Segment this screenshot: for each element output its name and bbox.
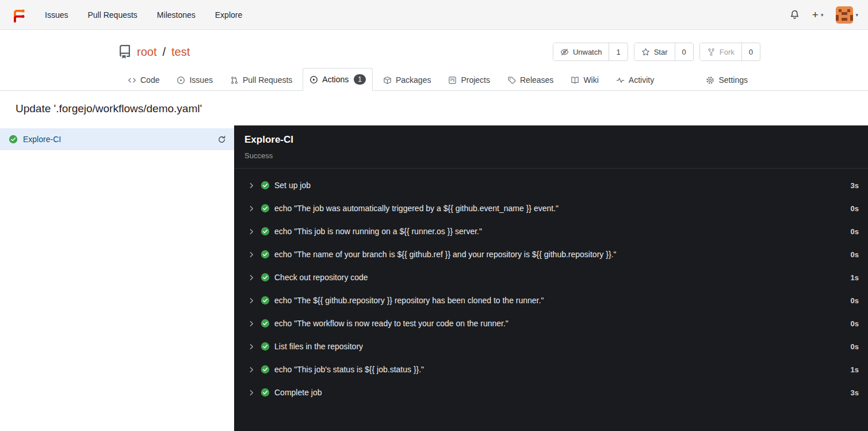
forgejo-logo[interactable] <box>10 6 27 24</box>
create-new-button[interactable]: + ▾ <box>812 9 824 20</box>
gear-icon <box>706 76 714 85</box>
tab-wiki[interactable]: Wiki <box>564 69 605 90</box>
forks-count[interactable]: 0 <box>741 43 760 60</box>
tab-settings[interactable]: Settings <box>699 69 755 90</box>
step-row[interactable]: Complete job 3s <box>234 381 868 404</box>
tab-issues[interactable]: Issues <box>170 69 219 90</box>
unwatch-button[interactable]: Unwatch <box>553 43 609 60</box>
jobs-sidebar: Explore-CI <box>0 125 234 431</box>
chevron-right-icon <box>247 181 256 190</box>
check-circle-icon <box>9 135 18 144</box>
tab-releases[interactable]: Releases <box>500 69 560 90</box>
steps-list: Set up job 3s echo "The job was automati… <box>234 169 868 404</box>
check-circle-icon <box>261 204 270 213</box>
tab-code-label: Code <box>140 75 159 85</box>
tab-packages[interactable]: Packages <box>376 69 438 90</box>
check-circle-icon <box>261 319 270 328</box>
step-row[interactable]: echo "This job is now running on a ${{ r… <box>234 220 868 243</box>
star-label: Star <box>654 48 668 56</box>
tab-activity[interactable]: Activity <box>609 69 661 90</box>
step-duration: 1s <box>851 273 859 282</box>
tab-code[interactable]: Code <box>121 69 166 90</box>
chevron-right-icon <box>247 365 256 374</box>
project-board-icon <box>448 76 457 85</box>
tag-icon <box>507 76 516 85</box>
step-row[interactable]: echo "The ${{ github.repository }} repos… <box>234 289 868 312</box>
page-title: Update '.forgejo/workflows/demo.yaml' <box>16 102 852 115</box>
navbar-right: + ▾ ▾ <box>790 6 858 24</box>
code-icon <box>128 76 136 85</box>
check-circle-icon <box>261 227 270 236</box>
repo-owner-link[interactable]: root <box>137 45 156 59</box>
repo-title: root / test <box>118 45 190 59</box>
tab-projects-label: Projects <box>461 75 490 85</box>
chevron-right-icon <box>247 273 256 282</box>
step-name: echo "The job was automatically triggere… <box>274 204 559 213</box>
step-duration: 0s <box>851 250 859 259</box>
step-row[interactable]: echo "The name of your branch is ${{ git… <box>234 243 868 266</box>
sync-icon <box>217 135 226 144</box>
job-item-explore-ci[interactable]: Explore-CI <box>0 128 234 150</box>
step-duration: 0s <box>851 319 859 328</box>
repo-title-row: root / test Unwatch 1 Star 0 <box>0 43 868 61</box>
step-row[interactable]: echo "This job's status is ${{ job.statu… <box>234 358 868 381</box>
watchers-count[interactable]: 1 <box>609 43 627 60</box>
chevron-right-icon <box>247 388 256 397</box>
watch-button-group: Unwatch 1 <box>553 43 628 61</box>
run-job-title: Explore-CI <box>244 134 858 146</box>
tab-wiki-label: Wiki <box>583 75 598 85</box>
nav-item-pull-requests[interactable]: Pull Requests <box>78 5 147 25</box>
run-log-panel: Explore-CI Success Set up job 3s echo "T… <box>234 125 868 431</box>
actions-count-badge: 1 <box>354 74 366 85</box>
fork-button[interactable]: Fork <box>700 43 741 60</box>
refresh-jobs-button[interactable] <box>217 135 226 144</box>
git-pull-request-icon <box>230 76 239 85</box>
repo-tabs: Code Issues Pull Requests Actions 1 Pack… <box>0 68 868 91</box>
check-circle-icon <box>261 250 270 259</box>
repo-book-icon <box>118 45 132 59</box>
step-name: List files in the repository <box>274 342 363 351</box>
nav-item-milestones[interactable]: Milestones <box>147 5 205 25</box>
fork-button-group: Fork 0 <box>699 43 760 61</box>
job-name: Explore-CI <box>23 135 61 144</box>
notifications-button[interactable] <box>790 10 800 20</box>
caret-down-icon: ▾ <box>855 12 858 18</box>
check-circle-icon <box>261 388 270 397</box>
avatar <box>836 6 853 24</box>
step-duration: 3s <box>851 388 859 397</box>
run-job-status: Success <box>244 151 858 160</box>
step-row[interactable]: echo "The job was automatically triggere… <box>234 197 868 220</box>
step-row[interactable]: List files in the repository 0s <box>234 335 868 358</box>
workflow-run-layout: Explore-CI Explore-CI Success Set up job… <box>0 125 868 431</box>
tab-pull-requests[interactable]: Pull Requests <box>223 69 299 90</box>
unwatch-label: Unwatch <box>573 48 602 56</box>
user-menu-button[interactable]: ▾ <box>836 6 858 24</box>
repo-separator: / <box>162 45 166 59</box>
stars-count[interactable]: 0 <box>675 43 693 60</box>
step-name: echo "The name of your branch is ${{ git… <box>274 250 616 259</box>
step-row[interactable]: Check out repository code 1s <box>234 266 868 289</box>
step-name: Complete job <box>274 388 322 397</box>
repo-name-link[interactable]: test <box>171 45 190 59</box>
chevron-right-icon <box>247 250 256 259</box>
forgejo-logo-icon <box>10 6 27 24</box>
package-icon <box>383 76 392 85</box>
step-duration: 0s <box>851 342 859 351</box>
tab-projects[interactable]: Projects <box>441 69 497 90</box>
nav-item-issues[interactable]: Issues <box>35 5 78 25</box>
repo-action-buttons: Unwatch 1 Star 0 Fork 0 <box>553 43 760 61</box>
tab-actions[interactable]: Actions 1 <box>303 68 373 91</box>
run-header: Explore-CI Success <box>234 125 868 169</box>
step-duration: 0s <box>851 296 859 305</box>
repo-header: root / test Unwatch 1 Star 0 <box>0 30 868 91</box>
step-duration: 0s <box>851 227 859 236</box>
chevron-right-icon <box>247 342 256 351</box>
step-row[interactable]: Set up job 3s <box>234 174 868 197</box>
nav-item-explore[interactable]: Explore <box>205 5 252 25</box>
check-circle-icon <box>261 273 270 282</box>
step-row[interactable]: echo "The workflow is now ready to test … <box>234 312 868 335</box>
star-button[interactable]: Star <box>634 43 675 60</box>
tab-issues-label: Issues <box>189 75 212 85</box>
plus-icon: + <box>812 9 819 20</box>
check-circle-icon <box>261 342 270 351</box>
